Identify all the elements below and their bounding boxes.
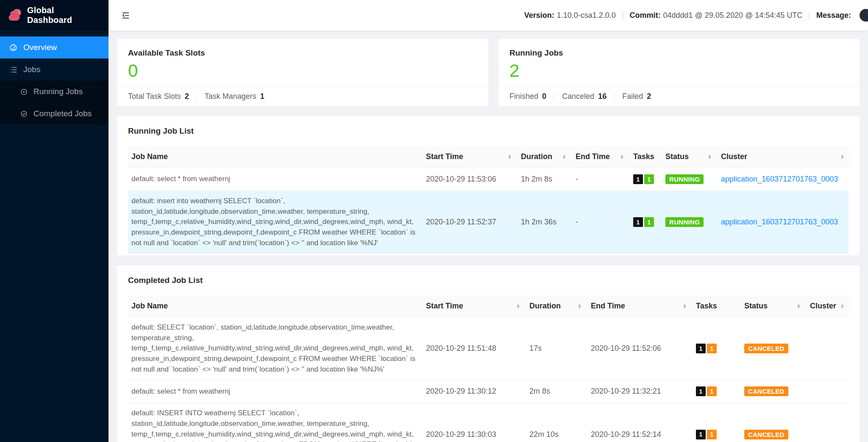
tasks-total-badge: 1: [633, 217, 643, 227]
card-title: Running Jobs: [509, 48, 849, 58]
footer-label: Task Managers: [205, 92, 256, 101]
column-header-job-name: Job Name: [128, 295, 421, 317]
sidebar-item-label: Overview: [23, 43, 57, 52]
footer-value: 16: [598, 92, 606, 101]
chevron-up-icon: [93, 67, 99, 73]
status-badge: CANCELED: [744, 430, 788, 439]
start-time-cell: 2020-10-29 11:30:03: [421, 403, 524, 442]
tasks-cell: 11: [691, 317, 739, 380]
sort-carets-icon[interactable]: ▲▼: [708, 154, 711, 159]
sort-carets-icon[interactable]: ▲▼: [841, 154, 843, 159]
sidebar-item-overview[interactable]: Overview: [0, 36, 108, 59]
sidebar-item-jobs[interactable]: Jobs: [0, 59, 108, 81]
table-header-row: Job Name Start Time▲▼ Duration▲▼ End Tim…: [128, 295, 849, 317]
column-header-cluster[interactable]: Cluster▲▼: [716, 146, 849, 168]
tasks-cell: 11: [691, 403, 739, 442]
sort-carets-icon[interactable]: ▲▼: [508, 154, 511, 159]
tasks-total-badge: 1: [696, 430, 706, 439]
job-name-cell: default: insert into weathernj SELECT `l…: [128, 191, 421, 254]
sort-carets-icon[interactable]: ▲▼: [797, 304, 800, 309]
flink-logo-icon: [8, 8, 22, 22]
divider: |: [808, 11, 810, 20]
content-area: Available Task Slots 0 Total Task Slots …: [108, 31, 868, 442]
tasks-running-badge: 1: [644, 217, 654, 227]
card-title: Available Task Slots: [128, 48, 477, 58]
status-cell: CANCELED: [739, 380, 805, 403]
sidebar-item-running-jobs[interactable]: Running Jobs: [0, 81, 108, 103]
column-header-duration[interactable]: Duration▲▼: [524, 295, 586, 317]
column-header-start-time[interactable]: Start Time▲▼: [421, 146, 516, 168]
top-header: Version:1.10.0-csa1.2.0.0 | Commit:04ddd…: [108, 0, 868, 31]
jobs-submenu: Running Jobs Completed Jobs: [0, 81, 108, 125]
tasks-canceled-badge: 1: [707, 344, 717, 353]
footer-value: 2: [185, 92, 189, 101]
status-badge: RUNNING: [665, 174, 704, 184]
duration-cell: 1h 2m 8s: [516, 168, 570, 191]
job-name-cell: default: SELECT `location`, station_id,l…: [128, 317, 421, 380]
available-task-slots-card: Available Task Slots 0 Total Task Slots …: [117, 39, 488, 106]
column-header-end-time[interactable]: End Time▲▼: [570, 146, 628, 168]
column-header-duration[interactable]: Duration▲▼: [516, 146, 570, 168]
play-circle-icon: [20, 88, 28, 95]
table-header-row: Job Name Start Time▲▼ Duration▲▼ End Tim…: [128, 146, 849, 168]
column-header-tasks: Tasks: [691, 295, 739, 317]
sort-carets-icon[interactable]: ▲▼: [683, 304, 686, 309]
table-row[interactable]: default: SELECT `location`, station_id,l…: [128, 317, 849, 380]
footer-value: 2: [647, 92, 651, 101]
stats-row: Available Task Slots 0 Total Task Slots …: [117, 39, 860, 106]
status-cell: CANCELED: [739, 317, 805, 380]
end-time-cell: -: [570, 168, 628, 191]
table-row[interactable]: default: select * from weathernj 2020-10…: [128, 380, 849, 403]
sidebar-menu: Overview Jobs: [0, 31, 108, 125]
sort-carets-icon[interactable]: ▲▼: [620, 154, 623, 159]
column-header-status[interactable]: Status▲▼: [739, 295, 805, 317]
running-jobs-table: Job Name Start Time▲▼ Duration▲▼ End Tim…: [128, 146, 849, 254]
column-header-cluster[interactable]: Cluster▲▼: [805, 295, 849, 317]
job-name-cell: default: select * from weathernj: [128, 380, 421, 403]
column-header-end-time[interactable]: End Time▲▼: [586, 295, 691, 317]
cluster-cell: application_1603712701763_0003: [716, 168, 849, 191]
sidebar-item-completed-jobs[interactable]: Completed Jobs: [0, 103, 108, 125]
cluster-link[interactable]: application_1603712701763_0003: [721, 218, 838, 226]
column-header-start-time[interactable]: Start Time▲▼: [421, 295, 524, 317]
sort-carets-icon[interactable]: ▲▼: [578, 304, 581, 309]
footer-label: Failed: [622, 92, 643, 101]
cluster-cell: [805, 380, 849, 403]
commit-value: 04dddd1 @ 29.05.2020 @ 14:54:45 UTC: [663, 11, 802, 20]
tasks-canceled-badge: 1: [707, 430, 717, 439]
tasks-running-badge: 1: [644, 174, 654, 184]
status-cell: CANCELED: [739, 403, 805, 442]
footer-label: Finished: [509, 92, 538, 101]
status-cell: RUNNING: [660, 191, 716, 254]
column-header-status[interactable]: Status▲▼: [660, 146, 716, 168]
tasks-cell: 11: [628, 168, 660, 191]
version-label: Version:: [524, 11, 554, 20]
footer-label: Total Task Slots: [128, 92, 181, 101]
completed-job-list-title: Completed Job List: [128, 276, 849, 285]
menu-fold-icon[interactable]: [121, 11, 130, 20]
avatar[interactable]: [860, 9, 868, 22]
table-row[interactable]: default: insert into weathernj SELECT `l…: [128, 191, 849, 254]
table-row[interactable]: default: select * from weathernj 2020-10…: [128, 168, 849, 191]
start-time-cell: 2020-10-29 11:52:37: [421, 191, 516, 254]
running-jobs-card: Running Jobs 2 Finished 0 Canceled 16 Fa…: [498, 39, 860, 106]
sort-carets-icon[interactable]: ▲▼: [517, 304, 519, 309]
sidebar-item-label: Jobs: [23, 65, 40, 74]
cluster-link[interactable]: application_1603712701763_0003: [721, 175, 838, 183]
sidebar-item-label: Completed Jobs: [33, 109, 92, 118]
table-row[interactable]: default: INSERT INTO weathernj SELECT `l…: [128, 403, 849, 442]
sidebar: Global Dashboard Overview Jobs: [0, 0, 108, 442]
brand-title: Global Dashboard: [27, 6, 101, 25]
dashboard-icon: [9, 44, 17, 52]
tasks-cell: 11: [691, 380, 739, 403]
status-badge: CANCELED: [744, 386, 788, 396]
sort-carets-icon[interactable]: ▲▼: [563, 154, 565, 159]
status-badge: RUNNING: [665, 217, 704, 227]
completed-jobs-table: Job Name Start Time▲▼ Duration▲▼ End Tim…: [128, 295, 849, 442]
sort-carets-icon[interactable]: ▲▼: [841, 304, 843, 309]
brand: Global Dashboard: [0, 0, 108, 31]
app-root: Global Dashboard Overview Jobs: [0, 0, 868, 442]
card-footer: Finished 0 Canceled 16 Failed 2: [498, 87, 860, 106]
cluster-cell: application_1603712701763_0003: [716, 191, 849, 254]
start-time-cell: 2020-10-29 11:51:48: [421, 317, 524, 380]
